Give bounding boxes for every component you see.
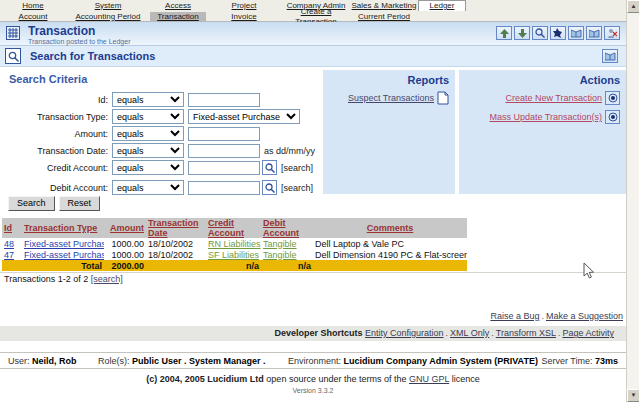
nav-link-current-period[interactable]: Current Period xyxy=(358,12,410,21)
search-button[interactable]: Search xyxy=(8,196,55,211)
header-type: Transaction Type xyxy=(22,218,104,238)
sort-type-link[interactable]: Transaction Type xyxy=(24,223,97,233)
sort-credit-link[interactable]: Credit Account xyxy=(208,218,244,238)
results-section: Id Transaction Type Amount Transaction D… xyxy=(2,218,468,284)
transform-xsl-link[interactable]: Transform XSL xyxy=(496,328,556,338)
sort-amount-link[interactable]: Amount xyxy=(110,223,144,233)
create-new-transaction-link[interactable]: Create New Transaction xyxy=(505,93,602,103)
table-row: 47 Fixed-asset Purchase 1000.00 18/10/20… xyxy=(2,249,467,260)
debit-account-input[interactable] xyxy=(188,181,260,195)
reset-button[interactable]: Reset xyxy=(59,196,101,211)
credit-account-link[interactable]: SF Liabilities xyxy=(208,250,259,260)
total-credit: n/a xyxy=(206,260,261,271)
help-book-icon[interactable] xyxy=(568,26,584,40)
nav-item-system[interactable]: System xyxy=(66,1,150,11)
mass-update-transactions-link[interactable]: Mass Update Transaction(s) xyxy=(489,112,602,122)
sort-date-link[interactable]: Transaction Date xyxy=(148,218,199,238)
nav-item-ledger[interactable]: Ledger xyxy=(418,0,466,11)
nav-link-ledger[interactable]: Ledger xyxy=(430,1,455,10)
environment-info: Environment: Lucidium Company Admin Syst… xyxy=(288,356,538,366)
credit-account-operator-select[interactable]: equals xyxy=(112,160,184,175)
credit-account-input[interactable] xyxy=(188,161,260,175)
raise-a-bug-link[interactable]: Raise a Bug xyxy=(490,311,539,321)
header-amount: Amount xyxy=(104,218,146,238)
mouse-cursor-icon xyxy=(583,262,595,280)
id-operator-select[interactable]: equals xyxy=(112,92,184,107)
section-book-icon[interactable] xyxy=(602,49,618,63)
manual-book-icon[interactable] xyxy=(586,26,602,40)
search-icon[interactable] xyxy=(532,26,548,40)
nav-item-transaction[interactable]: Transaction xyxy=(150,12,206,22)
nav-item-sales-marketing[interactable]: Sales & Marketing xyxy=(350,1,418,11)
transaction-48-type-link[interactable]: Fixed-asset Purchase xyxy=(24,239,104,249)
sort-comments-link[interactable]: Comments xyxy=(367,223,414,233)
sort-id-link[interactable]: Id xyxy=(4,223,12,233)
amount-input[interactable] xyxy=(188,127,260,141)
pagination-search-link[interactable]: [search] xyxy=(91,274,123,284)
cell-credit: RN Liabilities xyxy=(206,238,261,249)
developer-shortcuts-label: Developer Shortcuts xyxy=(274,328,362,338)
debit-account-link[interactable]: Tangible xyxy=(263,250,297,260)
suspect-transactions-link[interactable]: Suspect Transactions xyxy=(348,93,434,103)
page-activity-link[interactable]: Page Activity xyxy=(562,328,614,338)
scrollbar-down-arrow-icon[interactable]: ▼ xyxy=(627,389,639,402)
nav-link-home[interactable]: Home xyxy=(22,1,43,10)
actions-heading: Actions xyxy=(459,70,626,88)
entity-configuration-link[interactable]: Entity Configuration xyxy=(365,328,444,338)
transaction-date-label: Transaction Date: xyxy=(0,146,112,156)
credit-account-lookup-icon[interactable] xyxy=(262,160,277,175)
nav-item-accounting-period[interactable]: Accounting Period xyxy=(66,12,150,22)
report-document-icon xyxy=(437,91,449,105)
nav-item-current-period[interactable]: Current Period xyxy=(350,12,418,22)
debit-account-operator-select[interactable]: equals xyxy=(112,180,184,195)
nav-item-project[interactable]: Project xyxy=(206,1,282,11)
nav-link-access[interactable]: Access xyxy=(165,1,191,10)
nav-link-invoice[interactable]: Invoice xyxy=(231,12,256,21)
pointer-hand-icon[interactable] xyxy=(550,26,566,40)
transaction-47-type-link[interactable]: Fixed-asset Purchase xyxy=(24,250,104,260)
debit-account-link[interactable]: Tangible xyxy=(263,239,297,249)
transaction-type-operator-select[interactable]: equals xyxy=(112,109,184,124)
create-transaction-go-icon[interactable] xyxy=(605,91,620,105)
make-a-suggestion-link[interactable]: Make a Suggestion xyxy=(546,311,623,321)
scroll-up-icon[interactable] xyxy=(496,26,512,40)
nav-link-system[interactable]: System xyxy=(95,1,122,10)
id-input[interactable] xyxy=(188,93,260,107)
nav-item-home[interactable]: Home xyxy=(0,1,66,11)
transaction-type-select[interactable]: Fixed-asset Purchase xyxy=(188,109,300,124)
transaction-date-input[interactable] xyxy=(188,144,260,158)
logout-user-icon[interactable] xyxy=(604,26,620,40)
transaction-grid-icon xyxy=(6,26,20,40)
section-search-icon xyxy=(5,48,21,64)
nav-item-invoice[interactable]: Invoice xyxy=(206,12,282,22)
sort-debit-link[interactable]: Debit Account xyxy=(263,218,299,238)
total-debit: n/a xyxy=(261,260,313,271)
scrollbar-up-arrow-icon[interactable]: ▲ xyxy=(627,0,639,13)
nav-link-sales-marketing[interactable]: Sales & Marketing xyxy=(352,1,417,10)
section-title: Search for Transactions xyxy=(30,50,155,62)
nav-link-accounting-period[interactable]: Accounting Period xyxy=(76,12,141,21)
xml-only-link[interactable]: XML Only xyxy=(450,328,489,338)
credit-search-link[interactable]: [search] xyxy=(281,163,313,173)
nav-item-account[interactable]: Account xyxy=(0,12,66,22)
gnu-gpl-link[interactable]: GNU GPL xyxy=(409,374,449,384)
nav-link-account[interactable]: Account xyxy=(19,12,48,21)
total-label: Total xyxy=(22,260,104,271)
credit-account-link[interactable]: RN Liabilities xyxy=(208,239,261,249)
page-title: Transaction xyxy=(28,24,95,38)
transaction-date-operator-select[interactable]: equals xyxy=(112,143,184,158)
nav-item-access[interactable]: Access xyxy=(150,1,206,11)
environment-value: Lucidium Company Admin System (PRIVATE) xyxy=(344,356,538,366)
vertical-scrollbar[interactable]: ▲ ▼ xyxy=(626,0,639,402)
scroll-down-icon[interactable] xyxy=(514,26,530,40)
transaction-47-link[interactable]: 47 xyxy=(4,250,14,260)
mass-update-go-icon[interactable] xyxy=(605,110,620,124)
table-total-row: Total 2000.00 n/a n/a xyxy=(2,260,467,271)
cell-debit: Tangible xyxy=(261,238,313,249)
transaction-48-link[interactable]: 48 xyxy=(4,239,14,249)
debit-account-lookup-icon[interactable] xyxy=(262,180,277,195)
amount-operator-select[interactable]: equals xyxy=(112,126,184,141)
nav-link-transaction[interactable]: Transaction xyxy=(157,12,199,21)
debit-search-link[interactable]: [search] xyxy=(281,183,313,193)
nav-link-project[interactable]: Project xyxy=(232,1,257,10)
